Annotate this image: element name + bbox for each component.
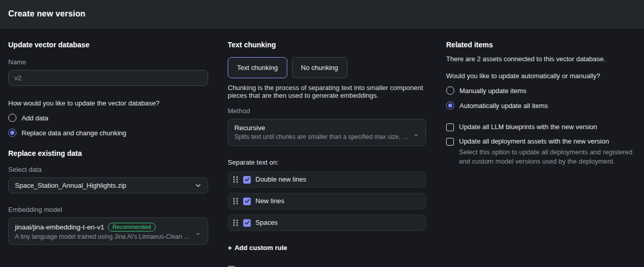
separator-rule-new-lines: New lines xyxy=(228,193,426,209)
separate-text-label: Separate text on: xyxy=(228,158,426,166)
column-update-vector-database: Update vector database Name How would yo… xyxy=(8,28,208,245)
regex-checkbox-label: Interpret separators as regular expressi… xyxy=(241,265,368,267)
method-description: Splits text until chunks are smaller tha… xyxy=(234,133,411,140)
tab-label: Text chunking xyxy=(237,64,278,72)
name-input[interactable] xyxy=(8,70,208,86)
replace-existing-data-title: Replace existing data xyxy=(8,149,208,157)
radio-label: Replace data and change chunking xyxy=(22,129,126,137)
name-label: Name xyxy=(8,58,208,66)
chunking-tab-group: Text chunking No chunking xyxy=(228,57,426,78)
select-data-label: Select data xyxy=(8,166,208,173)
chevron-down-icon xyxy=(414,133,418,137)
radio-label: Automatically update all items xyxy=(459,102,548,110)
embedding-model-description: A tiny language model trained using Jina… xyxy=(15,233,193,240)
checkbox-icon xyxy=(446,138,454,146)
radio-circle-icon xyxy=(8,114,16,122)
radio-label: Manually update items xyxy=(459,87,526,95)
select-data-value: Space_Station_Annual_Highlights.zip xyxy=(15,182,126,189)
radio-circle-icon xyxy=(446,86,454,95)
checkbox-update-deployment-assets-block: Update all deployment assets with the ne… xyxy=(446,137,641,166)
radio-automatically-update[interactable]: Automatically update all items xyxy=(446,101,641,110)
radio-add-data[interactable]: Add data xyxy=(8,114,208,122)
checkbox-update-deployment-assets[interactable]: Update all deployment assets with the ne… xyxy=(446,137,641,146)
separator-rule-spaces: Spaces xyxy=(228,215,426,231)
radio-circle-icon xyxy=(8,129,16,137)
auto-manual-question: Would you like to update automatically o… xyxy=(446,72,641,80)
page-title: Create new version xyxy=(8,9,85,19)
related-items-title: Related items xyxy=(446,41,641,49)
checkbox-update-llm-blueprints[interactable]: Update all LLM blueprints with the new v… xyxy=(446,123,641,131)
checkbox-icon xyxy=(446,123,454,131)
checkbox-description: Select this option to update all deploym… xyxy=(459,148,641,166)
select-data-dropdown[interactable]: Space_Station_Annual_Highlights.zip xyxy=(8,177,208,193)
add-custom-rule-button[interactable]: + Add custom rule xyxy=(228,244,426,252)
text-chunking-title: Text chunking xyxy=(228,41,426,49)
embedding-model-value: jinaai/jina-embedding-t-en-v1 xyxy=(15,223,104,231)
radio-label: Add data xyxy=(22,114,48,122)
chunking-description: Chunking is the process of separating te… xyxy=(228,84,426,100)
separator-rule-double-new-lines: Double new lines xyxy=(228,171,426,188)
update-question: How would you like to update the vector … xyxy=(8,99,208,107)
checkbox-label: Update all LLM blueprints with the new v… xyxy=(459,123,597,131)
embedding-model-dropdown[interactable]: jinaai/jina-embedding-t-en-v1 Recommende… xyxy=(8,218,208,245)
checkbox-icon[interactable] xyxy=(243,176,251,184)
create-version-form: Update vector database Name How would yo… xyxy=(0,28,644,267)
regex-checkbox-row[interactable]: Interpret separators as regular expressi… xyxy=(228,265,426,267)
checkbox-icon[interactable] xyxy=(243,219,251,227)
drag-handle-icon[interactable] xyxy=(233,198,238,204)
tab-no-chunking[interactable]: No chunking xyxy=(292,57,347,78)
drag-handle-icon[interactable] xyxy=(233,220,238,226)
chevron-down-icon xyxy=(196,232,200,236)
radio-manually-update[interactable]: Manually update items xyxy=(446,86,641,95)
rule-label: Double new lines xyxy=(255,175,306,183)
rule-label: Spaces xyxy=(255,219,278,226)
method-label: Method xyxy=(228,107,426,115)
tab-text-chunking[interactable]: Text chunking xyxy=(228,57,287,78)
radio-circle-icon xyxy=(446,101,454,110)
embedding-model-label: Embedding model xyxy=(8,206,208,213)
method-dropdown[interactable]: Recursive Splits text until chunks are s… xyxy=(228,119,426,146)
checkbox-label: Update all deployment assets with the ne… xyxy=(459,137,609,145)
chevron-down-icon xyxy=(195,182,201,189)
assets-connected-text: There are 2 assets connected to this vec… xyxy=(446,55,641,63)
method-value: Recursive xyxy=(234,124,265,132)
column-related-items: Related items There are 2 assets connect… xyxy=(446,28,641,166)
page-header: Create new version xyxy=(0,0,644,28)
update-vector-database-title: Update vector database xyxy=(8,41,208,49)
plus-icon: + xyxy=(228,244,232,252)
rule-label: New lines xyxy=(255,197,284,205)
drag-handle-icon[interactable] xyxy=(233,176,238,183)
checkbox-icon[interactable] xyxy=(243,198,251,205)
radio-replace-data[interactable]: Replace data and change chunking xyxy=(8,129,208,137)
regex-checkbox-block: Interpret separators as regular expressi… xyxy=(228,265,426,267)
add-custom-rule-label: Add custom rule xyxy=(234,244,287,252)
tab-label: No chunking xyxy=(301,64,338,72)
column-text-chunking: Text chunking Text chunking No chunking … xyxy=(228,28,426,267)
recommended-badge: Recommended xyxy=(108,223,156,232)
